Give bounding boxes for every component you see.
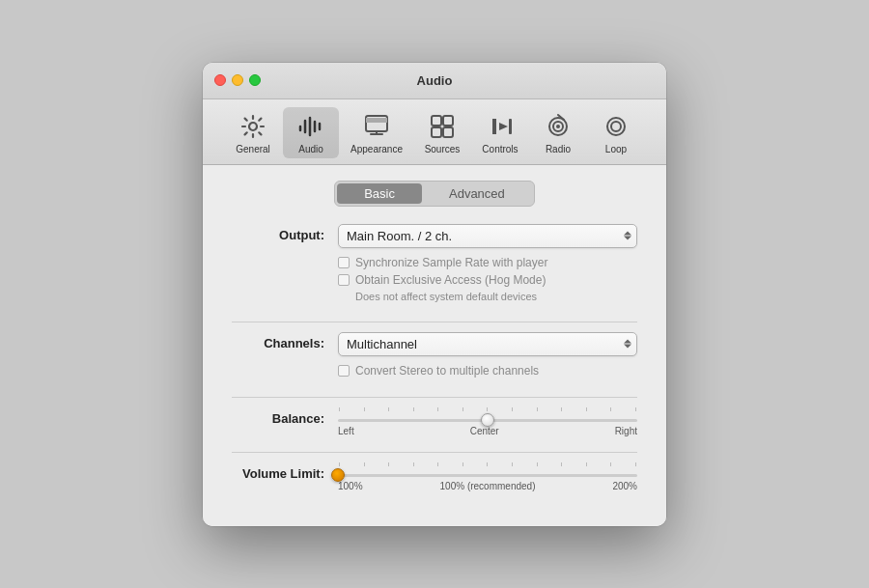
channels-select[interactable]: Multichannel — [338, 332, 637, 356]
toolbar-label-sources: Sources — [425, 144, 461, 154]
svg-rect-7 — [366, 118, 387, 123]
balance-label: Balance: — [232, 407, 338, 426]
form-area: Output: Main Room. / 2 ch. Synchroniz — [203, 224, 666, 491]
output-select-wrapper: Main Room. / 2 ch. — [338, 224, 637, 248]
toolbar-item-appearance[interactable]: Appearance — [341, 107, 412, 158]
tab-bar: Basic Advanced — [203, 181, 666, 207]
toolbar-label-general: General — [236, 144, 270, 154]
balance-row: Balance: Le — [232, 407, 637, 436]
audio-window: Audio General — [203, 63, 666, 526]
volume-left-label: 100% — [338, 481, 363, 491]
exclusive-access-label: Obtain Exclusive Access (Hog Mode) — [355, 273, 546, 287]
balance-thumb[interactable] — [481, 413, 494, 427]
loop-icon — [601, 111, 631, 142]
convert-stereo-label: Convert Stereo to multiple channels — [355, 364, 539, 378]
toolbar-item-controls[interactable]: Controls — [472, 107, 528, 158]
exclusive-access-note: Does not affect system default devices — [338, 291, 637, 302]
divider-2 — [232, 397, 637, 398]
divider-1 — [232, 322, 637, 322]
toolbar: General Audio — [203, 99, 666, 165]
balance-labels: Left Center Right — [338, 426, 637, 436]
svg-rect-10 — [432, 116, 441, 126]
titlebar: Audio — [203, 63, 666, 99]
channels-select-wrapper: Multichannel — [338, 332, 637, 356]
svg-rect-16 — [509, 119, 512, 134]
minimize-button[interactable] — [232, 74, 243, 86]
volume-limit-label: Volume Limit: — [232, 462, 338, 481]
sources-icon — [427, 111, 458, 142]
svg-rect-13 — [443, 127, 453, 137]
balance-slider-container: Left Center Right — [338, 407, 637, 436]
sync-sample-rate-label: Synchronize Sample Rate with player — [355, 256, 547, 269]
close-button[interactable] — [214, 74, 226, 86]
balance-right-label: Right — [615, 426, 637, 436]
convert-stereo-row: Convert Stereo to multiple channels — [338, 364, 637, 378]
sync-sample-rate-row: Synchronize Sample Rate with player — [338, 256, 637, 269]
balance-center-label: Center — [470, 426, 499, 436]
volume-ticks — [338, 462, 637, 466]
volume-right-label: 200% — [612, 481, 637, 491]
channels-row: Channels: Multichannel Convert Stereo — [232, 332, 637, 381]
svg-rect-12 — [432, 127, 441, 137]
tab-advanced[interactable]: Advanced — [422, 183, 532, 204]
balance-track[interactable] — [338, 419, 637, 422]
convert-stereo-checkbox[interactable] — [338, 365, 350, 377]
svg-marker-15 — [499, 123, 508, 130]
output-row: Output: Main Room. / 2 ch. Synchroniz — [232, 224, 637, 306]
radio-icon — [543, 111, 574, 142]
toolbar-label-radio: Radio — [546, 144, 571, 154]
controls-icon — [485, 111, 516, 142]
traffic-lights — [214, 74, 261, 86]
toolbar-label-audio: Audio — [298, 144, 323, 154]
maximize-button[interactable] — [249, 74, 261, 86]
toolbar-item-general[interactable]: General — [225, 107, 281, 158]
volume-limit-controls: 100% 100% (recommended) 200% — [338, 462, 637, 491]
toolbar-label-appearance: Appearance — [350, 144, 403, 154]
volume-thumb[interactable] — [331, 468, 345, 482]
tab-group: Basic Advanced — [334, 181, 535, 207]
balance-left-label: Left — [338, 426, 354, 436]
output-select[interactable]: Main Room. / 2 ch. — [338, 224, 637, 248]
gear-icon — [238, 111, 268, 142]
output-controls: Main Room. / 2 ch. Synchronize Sample Ra… — [338, 224, 637, 306]
volume-track[interactable] — [338, 474, 637, 477]
toolbar-item-loop[interactable]: Loop — [588, 107, 644, 158]
tab-basic[interactable]: Basic — [337, 183, 422, 204]
svg-marker-14 — [492, 119, 496, 134]
window-title: Audio — [417, 73, 453, 88]
toolbar-item-audio[interactable]: Audio — [283, 107, 339, 158]
channels-controls: Multichannel Convert Stereo to multiple … — [338, 332, 637, 381]
balance-controls: Left Center Right — [338, 407, 637, 436]
toolbar-item-radio[interactable]: Radio — [530, 107, 586, 158]
volume-limit-row: Volume Limit: — [232, 462, 637, 491]
content-area: Basic Advanced Output: Main Room. / 2 ch… — [203, 165, 666, 526]
toolbar-item-sources[interactable]: Sources — [414, 107, 470, 158]
toolbar-label-loop: Loop — [605, 144, 627, 154]
volume-center-label: 100% (recommended) — [440, 481, 536, 491]
toolbar-label-controls: Controls — [482, 144, 518, 154]
sync-sample-rate-checkbox[interactable] — [338, 257, 350, 268]
svg-point-21 — [607, 118, 625, 135]
audio-icon — [295, 111, 326, 142]
appearance-icon — [361, 111, 392, 142]
volume-labels: 100% 100% (recommended) 200% — [338, 481, 637, 491]
divider-3 — [232, 452, 637, 453]
svg-rect-11 — [443, 116, 453, 126]
channels-label: Channels: — [232, 332, 338, 350]
exclusive-access-row: Obtain Exclusive Access (Hog Mode) — [338, 273, 637, 287]
svg-point-0 — [249, 123, 257, 130]
svg-point-19 — [556, 125, 560, 128]
output-label: Output: — [232, 224, 338, 242]
svg-point-22 — [611, 122, 621, 131]
exclusive-access-checkbox[interactable] — [338, 274, 350, 286]
volume-slider-container: 100% 100% (recommended) 200% — [338, 462, 637, 491]
balance-ticks — [338, 407, 637, 411]
